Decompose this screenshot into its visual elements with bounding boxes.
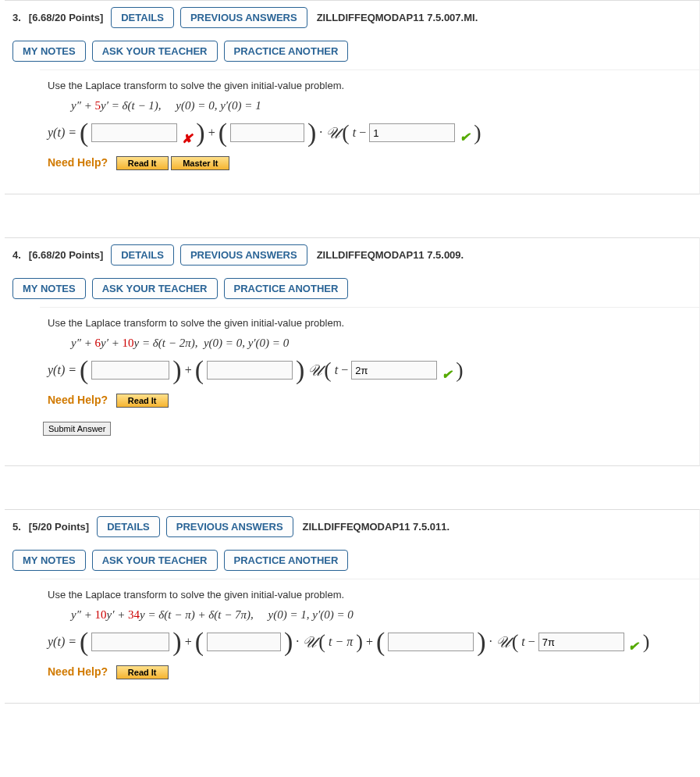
shift-input[interactable] (351, 361, 437, 380)
previous-answers-button[interactable]: PREVIOUS ANSWERS (166, 516, 293, 537)
ask-teacher-button[interactable]: ASK YOUR TEACHER (92, 550, 218, 571)
question-points: [5/20 Points] (29, 521, 89, 533)
question-5: 5. [5/20 Points] DETAILS PREVIOUS ANSWER… (5, 509, 700, 704)
check-mark-icon: ✔ (440, 367, 453, 380)
answer-blank-1[interactable] (91, 633, 169, 651)
answer-blank-3[interactable] (388, 633, 474, 651)
answer-line: y(t) = ( ) + ( ) · 𝒰 ( t − π ) + ( ) · 𝒰… (48, 633, 691, 651)
previous-answers-button[interactable]: PREVIOUS ANSWERS (180, 7, 307, 28)
instruction-text: Use the Laplace transform to solve the g… (48, 80, 691, 91)
details-button[interactable]: DETAILS (111, 244, 174, 266)
read-it-button[interactable]: Read It (116, 156, 169, 170)
instruction-text: Use the Laplace transform to solve the g… (48, 317, 691, 329)
master-it-button[interactable]: Master It (171, 156, 229, 170)
question-points: [6.68/20 Points] (29, 249, 103, 261)
question-header: 4. [6.68/20 Points] DETAILS PREVIOUS ANS… (5, 238, 699, 307)
answer-blank-1[interactable] (91, 361, 169, 380)
question-number: 5. (12, 521, 21, 533)
answer-label: y(t) = (48, 126, 76, 140)
shift-input[interactable] (369, 123, 455, 142)
x-mark-icon: ✘ (180, 131, 193, 144)
ask-teacher-button[interactable]: ASK YOUR TEACHER (92, 41, 218, 62)
ask-teacher-button[interactable]: ASK YOUR TEACHER (92, 278, 218, 299)
equation: y″ + 10y′ + 34y = δ(t − π) + δ(t − 7π), … (71, 608, 691, 622)
question-header: 5. [5/20 Points] DETAILS PREVIOUS ANSWER… (5, 510, 699, 579)
question-number: 3. (12, 12, 21, 23)
question-header: 3. [6.68/20 Points] DETAILS PREVIOUS ANS… (5, 1, 699, 70)
answer-blank-2[interactable] (230, 123, 304, 142)
answer-label: y(t) = (48, 635, 76, 649)
need-help-label: Need Help? (48, 156, 108, 169)
read-it-button[interactable]: Read It (116, 394, 169, 408)
shift-input[interactable] (538, 633, 624, 651)
question-number: 4. (12, 249, 21, 261)
practice-another-button[interactable]: PRACTICE ANOTHER (224, 41, 349, 62)
question-body: Use the Laplace transform to solve the g… (40, 579, 699, 703)
check-mark-icon: ✔ (627, 639, 640, 651)
equation: y″ + 6y′ + 10y = δ(t − 2π), y(0) = 0, y′… (71, 337, 691, 350)
dot: · (319, 126, 322, 140)
answer-line: y(t) = ( ) + ( ) 𝒰 ( t − ✔ ) (48, 361, 691, 380)
answer-label: y(t) = (48, 363, 76, 377)
answer-blank-2[interactable] (207, 633, 281, 651)
need-help-label: Need Help? (48, 665, 108, 678)
my-notes-button[interactable]: MY NOTES (12, 550, 86, 571)
answer-blank-1[interactable] (91, 123, 177, 142)
details-button[interactable]: DETAILS (97, 516, 160, 537)
answer-line: y(t) = ( ✘ ) + ( ) · 𝒰 ( t − ✔ ) (48, 123, 691, 142)
plus: + (208, 126, 215, 140)
question-3: 3. [6.68/20 Points] DETAILS PREVIOUS ANS… (5, 0, 700, 194)
instruction-text: Use the Laplace transform to solve the g… (48, 589, 691, 601)
read-it-button[interactable]: Read It (116, 665, 169, 679)
answer-blank-2[interactable] (207, 361, 293, 380)
my-notes-button[interactable]: MY NOTES (12, 41, 86, 62)
check-mark-icon: ✔ (458, 130, 471, 142)
practice-another-button[interactable]: PRACTICE ANOTHER (224, 278, 349, 299)
question-points: [6.68/20 Points] (29, 12, 103, 23)
question-ref: ZILLDIFFEQMODAP11 7.5.009. (317, 249, 464, 261)
question-4: 4. [6.68/20 Points] DETAILS PREVIOUS ANS… (5, 237, 700, 466)
equation: y″ + 5y′ = δ(t − 1), y(0) = 0, y′(0) = 1 (71, 99, 691, 112)
need-help-row: Need Help? Read It (48, 394, 691, 408)
submit-row: Submit Answer (43, 422, 691, 436)
need-help-row: Need Help? Read It (48, 665, 691, 679)
question-body: Use the Laplace transform to solve the g… (40, 307, 699, 465)
my-notes-button[interactable]: MY NOTES (12, 278, 86, 299)
submit-answer-button[interactable]: Submit Answer (43, 422, 111, 436)
need-help-label: Need Help? (48, 394, 108, 406)
practice-another-button[interactable]: PRACTICE ANOTHER (224, 550, 349, 571)
question-ref: ZILLDIFFEQMODAP11 7.5.011. (303, 521, 450, 533)
details-button[interactable]: DETAILS (111, 7, 174, 28)
previous-answers-button[interactable]: PREVIOUS ANSWERS (180, 244, 307, 266)
question-ref: ZILLDIFFEQMODAP11 7.5.007.MI. (317, 12, 478, 23)
need-help-row: Need Help? Read It Master It (48, 156, 691, 170)
question-body: Use the Laplace transform to solve the g… (40, 70, 699, 194)
